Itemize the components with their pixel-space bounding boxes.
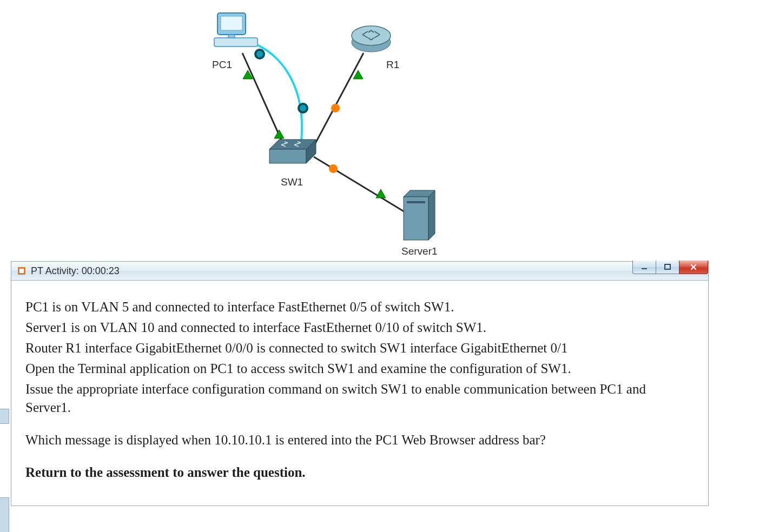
return-instruction: Return to the assessment to answer the q…: [25, 463, 694, 482]
instruction-line: PC1 is on VLAN 5 and connected to interf…: [25, 298, 694, 316]
svg-point-5: [352, 26, 391, 45]
minimize-button[interactable]: [632, 261, 656, 274]
console-port-marker: [255, 50, 264, 58]
svg-rect-12: [407, 201, 425, 203]
svg-marker-11: [428, 190, 435, 240]
server-icon[interactable]: [404, 190, 435, 240]
router-icon[interactable]: [352, 26, 391, 52]
status-up-triangle: [376, 189, 386, 198]
topology-svg: [0, 0, 779, 265]
instruction-line: Router R1 interface GigabitEthernet 0/0/…: [25, 339, 694, 357]
svg-marker-7: [269, 149, 306, 163]
label-server1: Server1: [401, 245, 438, 257]
label-r1: R1: [386, 59, 399, 71]
link-sw1-server1: [314, 157, 410, 215]
instruction-line: Open the Terminal application on PC1 to …: [25, 360, 694, 378]
status-up-triangle: [274, 130, 284, 138]
network-topology: PC1 R1 SW1 Server1: [0, 0, 779, 265]
instruction-line: Server1 is on VLAN 10 and connected to i…: [25, 318, 694, 337]
maximize-button[interactable]: [656, 261, 679, 274]
svg-rect-2: [214, 38, 258, 46]
svg-rect-1: [221, 16, 242, 30]
window-controls: [633, 261, 708, 274]
link-pc1-sw1-console: [246, 41, 302, 146]
svg-rect-3: [228, 35, 235, 38]
pc-icon[interactable]: [214, 13, 258, 46]
label-pc1: PC1: [212, 59, 232, 71]
status-up-triangle: [353, 70, 363, 79]
svg-rect-16: [665, 264, 670, 269]
label-sw1: SW1: [281, 176, 303, 188]
docked-fragment: [0, 497, 9, 532]
switch-icon[interactable]: [269, 139, 316, 163]
svg-rect-15: [642, 268, 647, 269]
window-title: PT Activity: 00:00:23: [31, 265, 120, 277]
instruction-line: Issue the appropriate interface configur…: [25, 380, 694, 417]
pt-activity-window: PT Activity: 00:00:23 PC1 is on VLAN 5 a…: [11, 261, 709, 506]
status-amber-circle: [331, 104, 340, 112]
titlebar[interactable]: PT Activity: 00:00:23: [11, 262, 708, 281]
status-amber-circle: [329, 164, 338, 173]
window-body: PC1 is on VLAN 5 and connected to interf…: [11, 281, 708, 506]
close-button[interactable]: [679, 261, 708, 274]
svg-rect-14: [19, 269, 24, 273]
app-icon: [17, 266, 27, 276]
docked-fragment: [0, 409, 9, 424]
link-r1-sw1: [311, 53, 364, 151]
console-port-marker: [299, 104, 307, 112]
question-line: Which message is displayed when 10.10.10…: [25, 431, 694, 449]
